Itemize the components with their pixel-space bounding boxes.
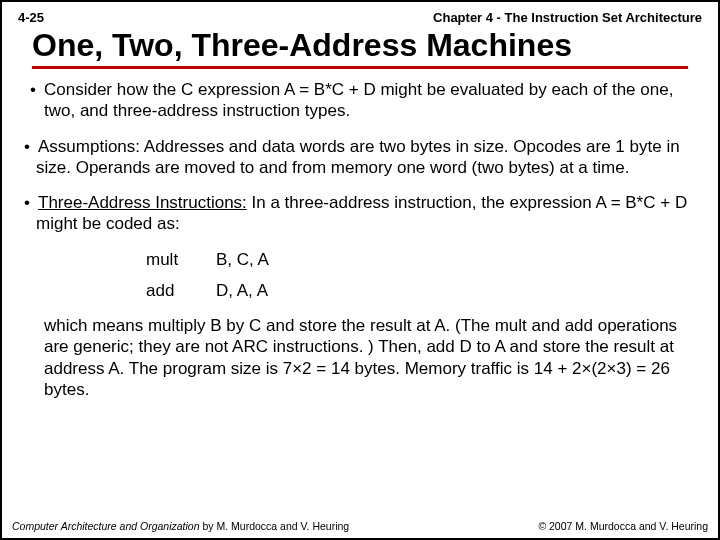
page-number: 4-25 (18, 10, 44, 25)
mnemonic-2: add (146, 280, 216, 301)
code-row-2: add D, A, A (146, 280, 704, 301)
mnemonic-1: mult (146, 249, 216, 270)
footer-copyright: © 2007 M. Murdocca and V. Heuring (538, 520, 708, 532)
page-title: One, Two, Three-Address Machines (32, 27, 688, 69)
bullet-2: •Assumptions: Addresses and data words a… (16, 136, 704, 179)
footer-book-title: Computer Architecture and Organization (12, 520, 200, 532)
bullet-3: •Three-Address Instructions: In a three-… (16, 192, 704, 235)
operands-1: B, C, A (216, 249, 269, 270)
closing-paragraph: which means multiply B by C and store th… (16, 315, 704, 400)
bullet-1: •Consider how the C expression A = B*C +… (16, 79, 704, 122)
chapter-label: Chapter 4 - The Instruction Set Architec… (433, 10, 702, 25)
bullet-3-heading: Three-Address Instructions: (38, 193, 247, 212)
code-row-1: mult B, C, A (146, 249, 704, 270)
code-block: mult B, C, A add D, A, A (146, 249, 704, 302)
footer-bar: Computer Architecture and Organization b… (12, 520, 708, 532)
footer-authors: by M. Murdocca and V. Heuring (200, 520, 350, 532)
bullet-1-text: Consider how the C expression A = B*C + … (44, 80, 673, 120)
footer-left: Computer Architecture and Organization b… (12, 520, 349, 532)
bullet-2-text: Assumptions: Addresses and data words ar… (36, 137, 680, 177)
slide-body: •Consider how the C expression A = B*C +… (16, 79, 704, 400)
header-bar: 4-25 Chapter 4 - The Instruction Set Arc… (16, 10, 704, 25)
operands-2: D, A, A (216, 280, 268, 301)
